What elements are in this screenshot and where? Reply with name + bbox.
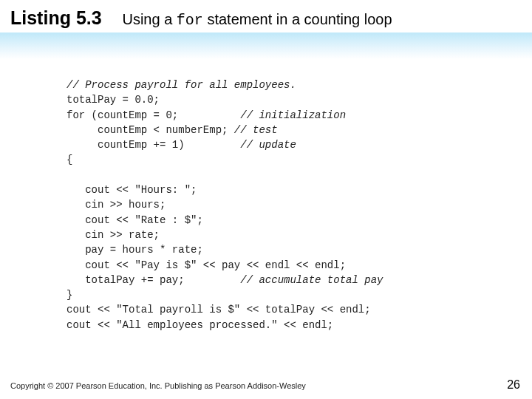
code-comment: // accumulate total pay <box>240 274 383 286</box>
code-line: { <box>66 154 72 166</box>
code-comment: // update <box>240 139 296 151</box>
code-line: cin >> rate; <box>66 229 160 241</box>
title-prefix: Using a <box>122 11 176 27</box>
code-line: cout << "Rate : $"; <box>66 214 203 226</box>
code-line: countEmp < numberEmp; <box>66 124 234 136</box>
code-line: totalPay = 0.0; <box>66 94 160 106</box>
slide-heading: Listing 5.3 Using a for statement in a c… <box>10 7 392 29</box>
code-line: countEmp += 1) <box>66 139 240 151</box>
code-line: cout << "Pay is $" << pay << endl << end… <box>66 259 346 271</box>
code-line: } <box>66 289 72 301</box>
code-comment: // initialization <box>240 109 346 121</box>
title-suffix: statement in a counting loop <box>203 11 392 27</box>
code-line: totalPay += pay; <box>66 274 240 286</box>
page-number: 26 <box>507 378 520 392</box>
code-line: cout << "All employees processed." << en… <box>66 319 333 331</box>
copyright-footer: Copyright © 2007 Pearson Education, Inc.… <box>10 381 306 390</box>
code-line: pay = hours * rate; <box>66 244 203 256</box>
code-line: cout << "Hours: "; <box>66 184 197 196</box>
code-line: for (countEmp = 0; <box>66 109 240 121</box>
code-comment: // test <box>234 124 278 136</box>
title-keyword: for <box>177 12 203 29</box>
header-gradient <box>0 33 532 59</box>
code-comment: // Process payroll for all employees. <box>66 79 296 91</box>
code-listing: // Process payroll for all employees. to… <box>66 78 383 332</box>
code-line: cin >> hours; <box>66 199 166 211</box>
code-line: cout << "Total payroll is $" << totalPay… <box>66 304 371 316</box>
listing-number: Listing 5.3 <box>10 7 102 28</box>
